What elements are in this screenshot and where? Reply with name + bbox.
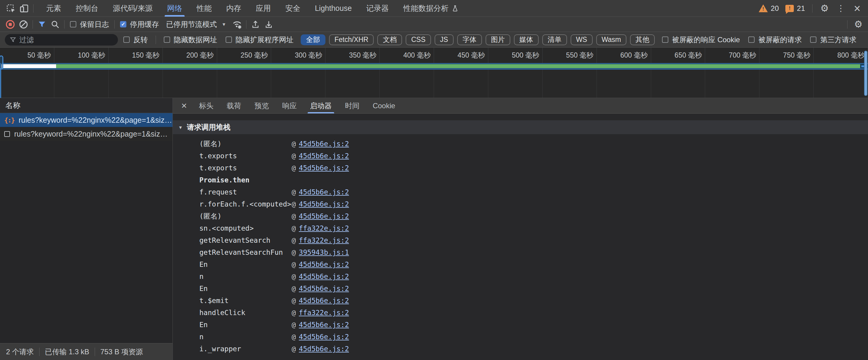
resource-type-chip[interactable]: Wasm — [596, 34, 626, 45]
stack-frame-location-link[interactable]: 45d5b6e.js:2 — [299, 200, 349, 208]
close-devtools-icon[interactable]: × — [850, 2, 864, 14]
details-tab[interactable]: Cookie — [366, 98, 402, 113]
blocked-response-cookies-label: 被屏蔽的响应 Cookie — [672, 35, 740, 45]
stack-frame-location-link[interactable]: 45d5b6e.js:2 — [299, 333, 349, 341]
stack-frame-location-link[interactable]: ffa322e.js:2 — [299, 224, 349, 232]
panel-tab[interactable]: 记录器 — [359, 0, 396, 17]
chip-label: 全部 — [306, 35, 320, 44]
name-column-header[interactable]: 名称 — [0, 98, 173, 113]
clear-network-log-icon[interactable] — [17, 19, 30, 30]
stack-frame-function: En — [199, 285, 292, 292]
import-har-icon[interactable] — [249, 19, 262, 30]
resource-type-chip[interactable]: 字体 — [457, 34, 482, 45]
request-details-pane: × 标头 载荷 预览 响应 — [173, 98, 868, 360]
record-network-log-icon[interactable] — [4, 19, 17, 30]
resource-type-chip[interactable]: WS — [570, 34, 593, 45]
hide-extension-urls-checkbox[interactable]: 隐藏扩展程序网址 — [226, 35, 293, 45]
resource-type-chip[interactable]: 文档 — [377, 34, 402, 45]
checkbox-unchecked — [164, 36, 170, 43]
details-tab[interactable]: 时间 — [338, 98, 366, 113]
disable-cache-checkbox[interactable]: ✓ 停用缓存 — [120, 20, 159, 29]
details-tab[interactable]: 预览 — [248, 98, 276, 113]
overview-strip[interactable] — [0, 63, 868, 70]
filter-funnel-icon[interactable] — [35, 19, 49, 30]
stack-frame-location-link[interactable]: 45d5b6e.js:2 — [299, 152, 349, 160]
details-tab[interactable]: 启动器 — [303, 98, 338, 113]
resource-type-chip[interactable]: CSS — [406, 34, 431, 45]
details-tab[interactable]: 标头 — [192, 98, 220, 113]
blocked-requests-checkbox[interactable]: 被屏蔽的请求 — [748, 35, 802, 45]
stack-frame-location-link[interactable]: 45d5b6e.js:2 — [299, 212, 349, 220]
panel-tab[interactable]: Lighthouse — [308, 0, 359, 17]
resource-type-chip[interactable]: JS — [435, 34, 454, 45]
resource-type-chip[interactable]: Fetch/XHR — [329, 34, 374, 45]
stack-frame-location-link[interactable]: ffa322e.js:2 — [299, 236, 349, 244]
panel-tab[interactable]: 控制台 — [68, 0, 105, 17]
range-grip[interactable] — [0, 56, 3, 69]
panel-tab[interactable]: 应用 — [249, 0, 278, 17]
waterfall-grid-column — [705, 70, 760, 98]
resource-type-chip[interactable]: 清单 — [542, 34, 567, 45]
request-row[interactable]: rules?keyword=%22nginx%22&page=1&siz… — [0, 127, 173, 141]
stack-frame-location-link[interactable]: 45d5b6e.js:2 — [299, 272, 349, 281]
close-details-icon[interactable]: × — [176, 98, 192, 113]
resource-type-chip[interactable]: 其他 — [630, 34, 655, 45]
hide-data-urls-checkbox[interactable]: 隐藏数据网址 — [164, 35, 217, 45]
third-party-requests-checkbox[interactable]: 第三方请求 — [810, 35, 856, 45]
timeline-tick-label: 50 毫秒 — [27, 51, 51, 60]
request-row-selected[interactable]: {:} rules?keyword=%22nginx%22&page=1&siz… — [0, 113, 173, 127]
preserve-log-checkbox[interactable]: 保留日志 — [70, 20, 109, 29]
stack-frame-at: @ — [292, 212, 296, 220]
stack-frame: r.forEach.f.<computed> @ 45d5b6e.js:2 — [173, 198, 868, 210]
resource-type-chip[interactable]: 全部 — [301, 34, 326, 45]
export-har-icon[interactable] — [262, 19, 275, 30]
search-icon[interactable] — [49, 19, 62, 30]
stack-frame-location-link[interactable]: 45d5b6e.js:2 — [299, 164, 349, 172]
device-toolbar-icon[interactable] — [18, 2, 31, 14]
stack-frame-function: Promise.then — [199, 176, 292, 184]
stack-frame-location-link[interactable]: 45d5b6e.js:2 — [299, 188, 349, 196]
status-separator — [95, 348, 95, 356]
panel-tab[interactable]: 性能数据分析 — [396, 0, 466, 17]
details-tab[interactable]: 响应 — [276, 98, 303, 113]
network-settings-gear-icon[interactable]: ⚙ — [852, 19, 865, 30]
chip-label: 清单 — [548, 35, 562, 44]
vertical-scrollbar[interactable] — [864, 51, 867, 96]
kebab-menu-icon[interactable]: ⋮ — [834, 2, 847, 14]
stack-frame-location-link[interactable]: ffa322e.js:2 — [299, 309, 349, 317]
stack-frame: En @ 45d5b6e.js:2 — [173, 258, 868, 270]
panel-tab[interactable]: 网络 — [160, 0, 189, 17]
stack-frame-location-link[interactable]: 395943b.js:1 — [299, 249, 349, 256]
issues-button[interactable]: ! 21 — [783, 4, 807, 13]
requests-empty-area — [0, 141, 173, 343]
chip-label: 其他 — [636, 35, 649, 44]
panel-tab[interactable]: 性能 — [189, 0, 219, 17]
stack-frame-location-link[interactable]: 45d5b6e.js:2 — [299, 261, 349, 268]
waterfall-grid-column — [54, 70, 108, 98]
stack-frame-function: r.forEach.f.<computed> — [199, 200, 292, 208]
call-stack-section-header[interactable]: ▼ 请求调用堆栈 — [173, 120, 868, 134]
stack-frame-location-link[interactable]: 45d5b6e.js:2 — [299, 345, 349, 353]
inspect-element-icon[interactable] — [4, 2, 18, 14]
panel-tab[interactable]: 元素 — [39, 0, 68, 17]
resource-type-chip[interactable]: 媒体 — [514, 34, 539, 45]
panel-tab[interactable]: 源代码/来源 — [105, 0, 160, 17]
call-stack-title: 请求调用堆栈 — [187, 122, 230, 132]
timeline-tick: 550 毫秒 — [542, 47, 597, 63]
blocked-response-cookies-checkbox[interactable]: 被屏蔽的响应 Cookie — [662, 35, 740, 45]
invert-checkbox[interactable]: 反转 — [123, 35, 148, 45]
warnings-button[interactable]: ! 20 — [757, 4, 781, 13]
stack-frame-location-link[interactable]: 45d5b6e.js:2 — [299, 285, 349, 292]
throttling-dropdown[interactable]: 已停用节流模式 ▼ — [166, 20, 226, 29]
details-tab[interactable]: 载荷 — [220, 98, 248, 113]
filter-input[interactable] — [19, 36, 113, 44]
network-conditions-icon[interactable] — [230, 19, 244, 30]
settings-gear-icon[interactable]: ⚙ — [818, 2, 831, 14]
panel-tab[interactable]: 内存 — [219, 0, 249, 17]
stack-frame-location-link[interactable]: 45d5b6e.js:2 — [299, 297, 349, 304]
stack-frame-location-link[interactable]: 45d5b6e.js:2 — [299, 321, 349, 329]
timeline-tick: 200 毫秒 — [163, 47, 217, 63]
panel-tab[interactable]: 安全 — [278, 0, 308, 17]
resource-type-chip[interactable]: 图片 — [486, 34, 510, 45]
stack-frame-location-link[interactable]: 45d5b6e.js:2 — [299, 140, 349, 148]
